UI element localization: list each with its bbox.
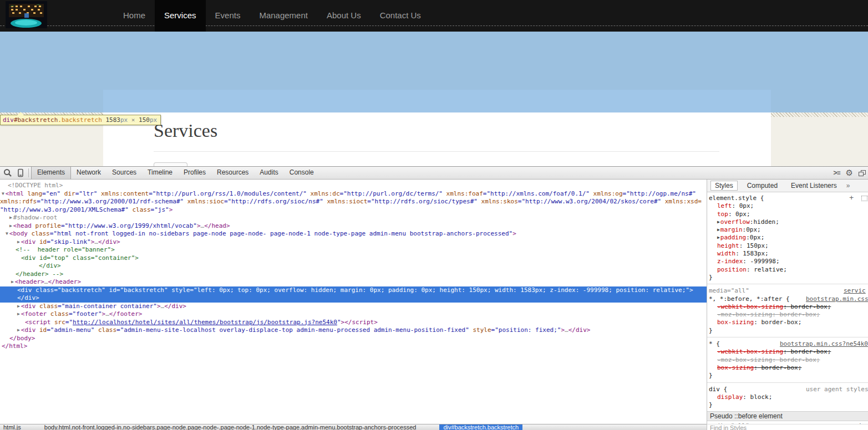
css-rule-row-19[interactable]: * {bootstrap.min.css?ne54k0 [707, 340, 868, 348]
dom-node-line-20[interactable]: </html> [0, 342, 707, 351]
dom-node-line-2[interactable]: xmlns:rdfs="http://www.w3.org/2000/01/rd… [0, 198, 707, 206]
styles-tab-styles[interactable]: Styles [710, 181, 738, 191]
css-property-row[interactable]: -webkit-box-sizing: border-box; [707, 348, 868, 356]
dom-node-line-10[interactable]: </div> [0, 262, 707, 270]
css-colon: : [746, 234, 750, 241]
elements-breadcrumb-bar: html.jsbody.html.not-front.logged-in.no-… [0, 424, 707, 430]
css-colon: : [772, 311, 776, 318]
dom-node-line-9[interactable]: <div id="top" class="container"> [0, 254, 707, 263]
dom-node-line-16[interactable]: ▶<footer class="footer">…</footer> [0, 310, 707, 319]
dom-node-line-7[interactable]: ▶<div id="skip-link">…</div> [0, 238, 707, 247]
dom-node-line-6[interactable]: ▼<body class="html not-front logged-in n… [0, 230, 707, 238]
css-rule-row-0[interactable]: element.style {+ [707, 194, 868, 202]
dom-node-line-selected[interactable]: </div> [0, 294, 707, 303]
code-segment: ="main-container container" [58, 303, 157, 310]
code-segment: </footer> [109, 310, 143, 318]
css-property-value: border-box; [787, 348, 831, 355]
devtools-tab-timeline[interactable]: Timeline [142, 167, 178, 179]
css-rule-row-10[interactable]: } [707, 274, 868, 281]
expand-value-arrow-icon[interactable]: ▶ [717, 235, 720, 240]
css-property-row[interactable]: z-index: -999998; [707, 258, 868, 265]
dom-node-line-12[interactable]: ▶<header>…</header> [0, 278, 707, 286]
tt-id: #backstretch [14, 116, 58, 124]
dom-node-line-17[interactable]: <script src="http://localhost/hotel/site… [0, 319, 707, 327]
breadcrumb-1[interactable]: body.html.not-front.logged-in.no-sidebar… [44, 424, 417, 430]
dom-node-line-0[interactable]: <!DOCTYPE html> [0, 182, 707, 190]
styles-tab-event-listeners[interactable]: Event Listeners [787, 181, 841, 190]
dom-node-line-3[interactable]: "http://www.w3.org/2001/XMLSchema#" clas… [0, 206, 707, 214]
devtools-tab-resources[interactable]: Resources [211, 167, 254, 179]
css-rule-row-13[interactable]: *, *:before, *:after {bootstrap.min.css [707, 295, 868, 303]
device-mode-icon[interactable] [16, 168, 25, 177]
expand-value-arrow-icon[interactable]: ▶ [717, 219, 720, 224]
dom-node-line-4[interactable]: ▶#shadow-root [0, 214, 707, 222]
dom-node-line-5[interactable]: ▶<head profile="http://www.w3.org/1999/x… [0, 222, 707, 231]
toolbar-separator [28, 168, 29, 177]
dom-node-line-1[interactable]: ▼<html lang="en" dir="ltr" xmlns:content… [0, 190, 707, 198]
dom-node-line-11[interactable]: </header> --> [0, 270, 707, 279]
code-segment: xmlns:content [97, 190, 149, 197]
css-property-row[interactable]: box-sizing: border-box; [707, 319, 868, 326]
css-property-value: border-box; [776, 356, 820, 364]
dom-node-line-8[interactable]: <!-- header role="banner"> [0, 246, 707, 254]
tab-overflow-chevron-icon[interactable]: » [846, 182, 850, 190]
devtools-tab-audits[interactable]: Audits [254, 167, 283, 179]
inspect-dimensions-tooltip: div#backstretch.backstretch 1583px × 150… [0, 115, 161, 125]
css-property-row[interactable]: -moz-box-sizing: border-box; [707, 356, 868, 364]
inspect-element-icon[interactable] [3, 168, 12, 177]
devtools-tab-network[interactable]: Network [71, 167, 106, 179]
stylesheet-link[interactable]: servic [844, 287, 866, 295]
code-segment: ="http://www.w3.org/1999/xhtml/vocab" [61, 222, 197, 229]
css-colon: : [783, 348, 787, 355]
gear-icon[interactable]: ⚙ [846, 167, 853, 178]
code-segment: ="admin-menu" [47, 326, 94, 334]
css-property-row[interactable]: display: block; [707, 393, 868, 401]
element-state-icon[interactable] [861, 196, 867, 201]
nav-item-home[interactable]: Home [114, 0, 155, 32]
code-segment: > [157, 303, 161, 310]
new-style-rule-icon[interactable]: + [849, 194, 854, 202]
css-property-row[interactable]: box-sizing: border-box; [707, 364, 868, 372]
css-rule-row-12[interactable]: media="all"servic [707, 287, 868, 295]
devtools-tab-sources[interactable]: Sources [106, 167, 142, 179]
expand-value-arrow-icon[interactable]: ▶ [717, 227, 720, 232]
css-property-row[interactable]: ▶margin:0px; [707, 226, 868, 234]
css-property-row[interactable]: left: 0px; [707, 202, 868, 210]
nav-item-events[interactable]: Events [206, 0, 250, 32]
breadcrumb-0[interactable]: html.js [3, 424, 21, 430]
nav-item-management[interactable]: Management [250, 0, 317, 32]
breadcrumb-selected[interactable]: div#backstretch.backstretch [439, 424, 522, 430]
devtools-tab-profiles[interactable]: Profiles [178, 167, 211, 179]
nav-item-about-us[interactable]: About Us [317, 0, 370, 32]
css-property-row[interactable]: top: 0px; [707, 211, 868, 218]
stylesheet-link[interactable]: bootstrap.min.css [806, 295, 868, 303]
css-property-row[interactable]: ▶overflow:hidden; [707, 218, 868, 226]
dom-node-line-15[interactable]: ▶<div class="main-container container">…… [0, 303, 707, 311]
console-drawer-icon[interactable]: >≡ [834, 169, 840, 177]
css-rule-row-23[interactable]: } [707, 372, 868, 380]
nav-item-services[interactable]: Services [155, 0, 206, 32]
css-rule-row-27[interactable]: } [707, 401, 868, 409]
css-rule-row-25[interactable]: div {user agent styleshe [707, 386, 868, 393]
dock-side-icon[interactable] [859, 170, 866, 176]
dom-node-line-18[interactable]: ▶<div id="admin-menu" class="admin-menu-… [0, 326, 707, 335]
css-property-row[interactable]: -webkit-box-sizing: border-box; [707, 303, 868, 311]
css-property-row[interactable]: width: 1583px; [707, 250, 868, 258]
css-property-row[interactable]: -moz-box-sizing: border-box; [707, 311, 868, 319]
nav-item-contact-us[interactable]: Contact Us [370, 0, 430, 32]
css-property-row[interactable]: height: 150px; [707, 242, 868, 250]
find-in-styles-field[interactable]: Find in Styles [707, 424, 868, 430]
code-segment: ="admin-menu-site-localhost overlay-disp… [116, 326, 469, 334]
css-rule-row-17[interactable]: } [707, 327, 868, 335]
devtools-tab-elements[interactable]: Elements [31, 167, 71, 179]
css-property-row[interactable]: position: relative; [707, 266, 868, 274]
code-segment: <div [21, 303, 36, 310]
stylesheet-link[interactable]: bootstrap.min.css?ne54k0 [780, 340, 868, 348]
hotel-logo[interactable] [6, 1, 47, 28]
dom-node-line-selected[interactable]: <div class="backstretch" id="backstretch… [0, 286, 707, 295]
styles-tab-computed[interactable]: Computed [743, 181, 781, 190]
devtools-tab-console[interactable]: Console [284, 167, 319, 179]
dom-node-line-19[interactable]: </body> [0, 335, 707, 343]
code-segment: ="footer" [69, 310, 102, 318]
css-property-row[interactable]: ▶padding:0px; [707, 234, 868, 242]
